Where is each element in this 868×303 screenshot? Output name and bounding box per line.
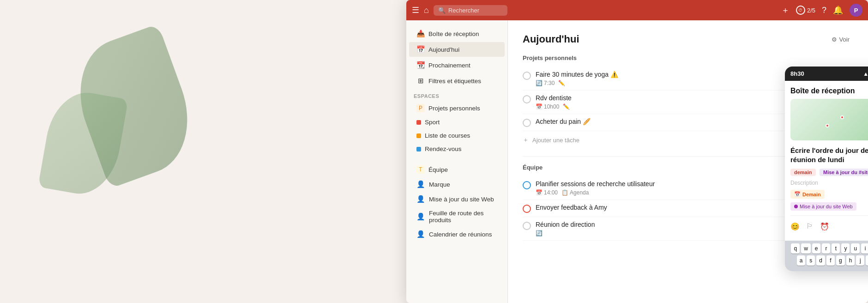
description-placeholder: Description bbox=[790, 180, 868, 186]
key-w[interactable]: w bbox=[801, 243, 811, 254]
sidebar-item-equipe-label: Équipe bbox=[428, 166, 448, 173]
search-bar[interactable]: 🔍 Rechercher bbox=[434, 5, 507, 16]
sidebar-item-sport[interactable]: Sport bbox=[409, 116, 505, 128]
top-bar: ☰ ⌂ 🔍 Rechercher ＋ ⏱ 2/5 ? 🔔 P bbox=[406, 0, 868, 20]
sidebar-item-filters[interactable]: ⊞ Filtres et étiquettes bbox=[409, 73, 505, 88]
key-j[interactable]: j bbox=[856, 255, 864, 266]
app-container: ☰ ⌂ 🔍 Rechercher ＋ ⏱ 2/5 ? 🔔 P 📥 Boîte d bbox=[406, 0, 868, 303]
sidebar-item-today-label: Aujourd'hui bbox=[428, 46, 459, 53]
section-personal-label: Projets personnels bbox=[523, 55, 853, 61]
project-label: Mise à jour du site Web bbox=[800, 204, 853, 209]
repeat-icon: 🔄 bbox=[536, 230, 542, 236]
task-time: 🔄 7:30 bbox=[536, 80, 555, 86]
key-y[interactable]: y bbox=[841, 243, 850, 254]
sidebar: 📥 Boîte de réception 📅 Aujourd'hui 📆 Pro… bbox=[406, 20, 508, 303]
top-bar-right: ＋ ⏱ 2/5 ? 🔔 P bbox=[781, 4, 862, 17]
key-k[interactable]: k bbox=[866, 255, 868, 266]
home-icon[interactable]: ⌂ bbox=[424, 6, 429, 15]
content-header: Aujourd'hui ⚙ Voir bbox=[523, 33, 853, 45]
timer-icon: ⏱ bbox=[796, 6, 805, 15]
sidebar-item-equipe[interactable]: T Équipe bbox=[409, 163, 505, 176]
due-label: Demain bbox=[802, 192, 821, 197]
key-r[interactable]: r bbox=[822, 243, 830, 254]
help-icon[interactable]: ? bbox=[822, 6, 826, 15]
key-d[interactable]: d bbox=[816, 255, 825, 266]
sidebar-item-rdv-label: Rendez-vous bbox=[425, 145, 462, 152]
key-g[interactable]: g bbox=[836, 255, 845, 266]
task-time: 📅 10h00 bbox=[536, 103, 559, 110]
timer-badge[interactable]: ⏱ 2/5 bbox=[796, 6, 815, 15]
bell-icon[interactable]: 🔔 bbox=[833, 5, 843, 15]
calendar-icon: 📅 bbox=[536, 189, 542, 196]
mobile-keyboard: q w e r t y u i o p a s d bbox=[785, 241, 868, 271]
sidebar-item-website[interactable]: 👤 Mise à jour du site Web bbox=[409, 192, 505, 206]
task-checkbox[interactable] bbox=[523, 181, 531, 189]
sidebar-item-today[interactable]: 📅 Aujourd'hui bbox=[409, 42, 505, 57]
task-checkbox-red[interactable] bbox=[523, 205, 531, 213]
sidebar-item-inbox[interactable]: 📥 Boîte de réception bbox=[409, 26, 505, 41]
sidebar-item-roadmap[interactable]: 👤 Feuille de route des produits bbox=[409, 207, 505, 226]
mobile-card-header: 8h30 ▲▲ ▊▊ ▊ bbox=[785, 67, 868, 81]
personal-icon: P bbox=[416, 104, 425, 112]
sidebar-item-shopping[interactable]: Liste de courses bbox=[409, 129, 505, 142]
bread-emoji: 🥖 bbox=[583, 118, 591, 125]
filters-icon: ⊞ bbox=[416, 77, 425, 85]
calendar-icon: 📅 bbox=[536, 103, 542, 110]
keyboard-row-2: a s d f g h j k l bbox=[787, 255, 868, 266]
menu-icon[interactable]: ☰ bbox=[412, 5, 419, 15]
sidebar-item-sport-label: Sport bbox=[425, 119, 440, 126]
mobile-card: 8h30 ▲▲ ▊▊ ▊ Boîte de réception ⋯ bbox=[785, 67, 868, 271]
edit-icon: ✏️ bbox=[558, 80, 565, 86]
sidebar-item-meetings[interactable]: 👤 Calendrier de réunions bbox=[409, 227, 505, 241]
key-q[interactable]: q bbox=[791, 243, 800, 254]
key-e[interactable]: e bbox=[812, 243, 821, 254]
add-icon[interactable]: ＋ bbox=[781, 5, 790, 16]
key-h[interactable]: h bbox=[846, 255, 855, 266]
emoji-action-icon[interactable]: 😊 bbox=[790, 222, 800, 231]
key-f[interactable]: f bbox=[826, 255, 835, 266]
mobile-tags: demain Mise à jour du #siteweb bbox=[790, 168, 868, 180]
filter-icon: ⚙ bbox=[832, 36, 837, 43]
inbox-icon: 📥 bbox=[416, 30, 425, 38]
rdv-dot bbox=[416, 147, 421, 152]
timer-value: 2/5 bbox=[807, 7, 815, 14]
key-a[interactable]: a bbox=[797, 255, 806, 266]
calendar-small-icon: 📅 bbox=[794, 191, 801, 197]
task-checkbox[interactable] bbox=[523, 95, 531, 103]
flag-action-icon[interactable]: 🏳 bbox=[806, 222, 814, 231]
key-t[interactable]: t bbox=[832, 243, 840, 254]
task-checkbox[interactable] bbox=[523, 119, 531, 127]
key-s[interactable]: s bbox=[807, 255, 815, 266]
key-i[interactable]: i bbox=[861, 243, 868, 254]
sidebar-item-upcoming[interactable]: 📆 Prochainement bbox=[409, 58, 505, 73]
action-icons: 😊 🏳 ⏰ bbox=[790, 222, 829, 231]
task-checkbox[interactable] bbox=[523, 72, 531, 80]
mobile-inbox-title: Boîte de réception bbox=[790, 87, 855, 95]
spaces-section-label: Espaces bbox=[406, 89, 507, 101]
clock-action-icon[interactable]: ⏰ bbox=[820, 222, 829, 231]
sidebar-item-filters-label: Filtres et étiquettes bbox=[428, 78, 481, 85]
view-button[interactable]: ⚙ Voir bbox=[828, 34, 853, 45]
mobile-status-icons: ▲▲ ▊▊ ▊ bbox=[863, 71, 868, 77]
sidebar-item-rdv[interactable]: Rendez-vous bbox=[409, 143, 505, 155]
edit-icon: ✏️ bbox=[563, 103, 570, 110]
sidebar-item-marque-label: Marque bbox=[429, 181, 450, 188]
map-marker-1 bbox=[840, 115, 844, 119]
map-marker-2 bbox=[826, 124, 829, 127]
top-bar-left: ☰ ⌂ 🔍 Rechercher bbox=[412, 5, 507, 16]
page-title: Aujourd'hui bbox=[523, 33, 579, 45]
today-icon: 📅 bbox=[416, 45, 425, 54]
add-icon: ＋ bbox=[523, 136, 529, 144]
task-checkbox[interactable] bbox=[523, 222, 531, 230]
sidebar-item-marque[interactable]: 👤 Marque bbox=[409, 177, 505, 191]
main-layout: 📥 Boîte de réception 📅 Aujourd'hui 📆 Pro… bbox=[406, 20, 868, 303]
project-badge[interactable]: Mise à jour du site Web bbox=[790, 202, 856, 211]
sidebar-item-personal[interactable]: P Projets personnels bbox=[409, 101, 505, 115]
user-avatar[interactable]: P bbox=[850, 4, 862, 17]
due-badge[interactable]: 📅 Demain bbox=[790, 190, 825, 199]
key-u[interactable]: u bbox=[851, 243, 860, 254]
mobile-action-bar: 😊 🏳 ⏰ ➤ bbox=[790, 215, 868, 235]
mobile-map bbox=[790, 99, 868, 140]
sidebar-item-shopping-label: Liste de courses bbox=[425, 132, 470, 139]
mobile-inbox-header: Boîte de réception ⋯ bbox=[790, 86, 868, 95]
